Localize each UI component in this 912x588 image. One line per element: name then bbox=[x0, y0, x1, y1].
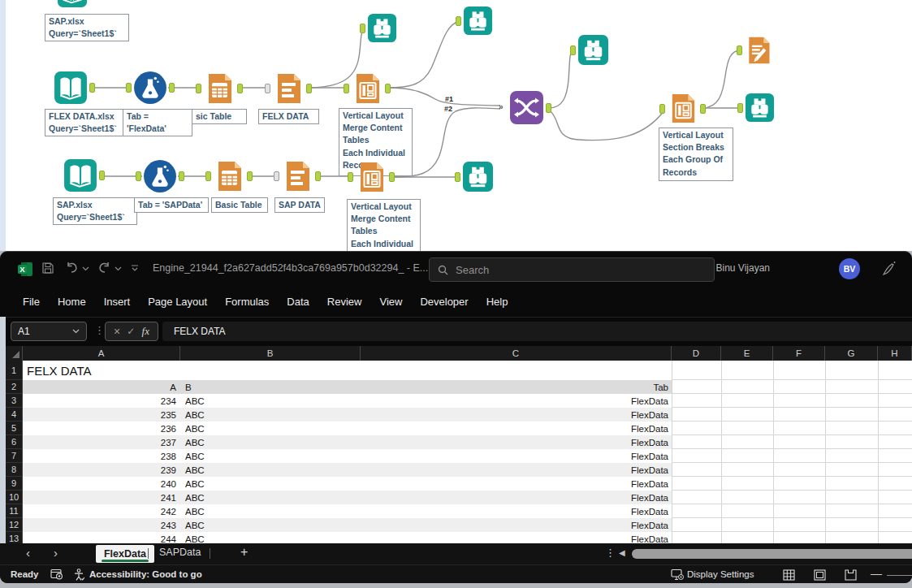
cell-A10[interactable]: 241 bbox=[23, 491, 180, 504]
enter-icon[interactable]: ✓ bbox=[127, 326, 135, 337]
ribbon-tab-view[interactable]: View bbox=[370, 291, 411, 313]
report-text-tool-flex[interactable] bbox=[272, 72, 305, 105]
undo-dropdown-icon[interactable] bbox=[82, 266, 89, 271]
layout-tool-2[interactable] bbox=[355, 161, 387, 193]
annotation-sap-data[interactable]: SAP DATA bbox=[274, 197, 325, 213]
empty-cells[interactable] bbox=[672, 504, 912, 518]
sheet-tab-flexdata[interactable]: FlexData bbox=[96, 545, 154, 563]
row-header-3[interactable]: 3 bbox=[6, 394, 23, 408]
cell-B13[interactable]: ABC bbox=[180, 532, 361, 543]
search-box[interactable]: Search bbox=[429, 257, 715, 282]
empty-cells[interactable] bbox=[672, 463, 912, 477]
hscroll-left-icon[interactable]: ◀ bbox=[619, 548, 625, 557]
empty-cells[interactable] bbox=[672, 532, 912, 543]
tab-overflow-icon[interactable]: ⋮ bbox=[605, 547, 616, 559]
empty-cells[interactable] bbox=[672, 435, 912, 449]
ribbon-tab-insert[interactable]: Insert bbox=[95, 291, 140, 313]
page-layout-view-icon[interactable] bbox=[814, 569, 826, 581]
annotation-flex-input[interactable]: FLEX DATA.xlsx Query=`Sheet1$` bbox=[45, 109, 129, 136]
cell-A12[interactable]: 243 bbox=[23, 518, 180, 532]
row-header-2[interactable]: 2 bbox=[6, 380, 23, 394]
cell-A13[interactable]: 244 bbox=[23, 532, 180, 543]
cell-B12[interactable]: ABC bbox=[180, 518, 361, 532]
redo-icon[interactable] bbox=[97, 262, 111, 275]
input-anchor[interactable] bbox=[456, 16, 461, 26]
output-anchor[interactable] bbox=[89, 83, 95, 93]
ribbon-tab-review[interactable]: Review bbox=[318, 291, 371, 313]
input-data-tool-flex[interactable] bbox=[54, 71, 88, 105]
empty-cells[interactable] bbox=[672, 394, 912, 408]
cell-A11[interactable]: 242 bbox=[23, 504, 180, 518]
sheet-nav-prev-icon[interactable]: ‹ bbox=[26, 547, 30, 560]
input-anchor[interactable] bbox=[737, 103, 743, 113]
empty-cells[interactable] bbox=[672, 422, 912, 435]
column-header-D[interactable]: D bbox=[672, 346, 721, 361]
select-all-corner[interactable] bbox=[6, 346, 23, 361]
output-anchor[interactable] bbox=[306, 84, 312, 93]
browse-tool-1[interactable] bbox=[367, 13, 397, 43]
cell-B5[interactable]: ABC bbox=[180, 422, 361, 435]
display-settings-button[interactable]: Display Settings bbox=[687, 569, 754, 579]
add-sheet-button[interactable]: + bbox=[240, 545, 248, 560]
input-anchor[interactable] bbox=[455, 172, 460, 182]
layout-tool-1[interactable] bbox=[351, 72, 383, 105]
cell-A4[interactable]: 235 bbox=[23, 408, 180, 422]
annotation-basic-table-2[interactable]: Basic Table bbox=[211, 197, 268, 213]
formula-tool-sap[interactable] bbox=[143, 159, 177, 193]
cell-C4[interactable]: FlexData bbox=[361, 408, 672, 422]
row-header-10[interactable]: 10 bbox=[6, 491, 23, 504]
cell-B2[interactable]: B bbox=[180, 380, 361, 394]
ribbon-tab-developer[interactable]: Developer bbox=[411, 291, 477, 313]
cell-A6[interactable]: 237 bbox=[23, 435, 180, 449]
row-header-13[interactable]: 13 bbox=[6, 532, 23, 543]
output-anchor[interactable] bbox=[385, 84, 391, 93]
input-data-tool-sap[interactable] bbox=[63, 158, 97, 192]
row-header-5[interactable]: 5 bbox=[6, 422, 23, 435]
row-header-1[interactable]: 1 bbox=[6, 361, 23, 380]
input-anchor[interactable] bbox=[126, 83, 132, 93]
annotation-sap-input[interactable]: SAP.xlsx Query=`Sheet1$` bbox=[53, 197, 137, 225]
input-anchor[interactable] bbox=[136, 171, 141, 181]
cell-B9[interactable]: ABC bbox=[180, 477, 361, 491]
macro-record-icon[interactable] bbox=[50, 569, 63, 581]
input-anchor[interactable] bbox=[659, 104, 665, 114]
ribbon-tab-home[interactable]: Home bbox=[49, 291, 95, 313]
empty-cells[interactable] bbox=[672, 491, 912, 504]
cell-A9[interactable]: 240 bbox=[23, 477, 180, 491]
save-icon[interactable] bbox=[41, 262, 54, 275]
formula-bar-grip-icon[interactable]: ⋮ bbox=[94, 324, 105, 336]
sheet-tab-sapdata[interactable]: SAPData bbox=[159, 547, 201, 558]
ribbon-tab-data[interactable]: Data bbox=[278, 291, 318, 313]
cell-A2[interactable]: A bbox=[23, 380, 180, 394]
cell-C12[interactable]: FlexData bbox=[361, 518, 672, 532]
cell-B4[interactable]: ABC bbox=[180, 408, 361, 422]
browse-tool-5[interactable] bbox=[462, 161, 494, 192]
output-anchor[interactable] bbox=[169, 83, 175, 93]
input-anchor[interactable] bbox=[360, 24, 365, 33]
zoom-slider[interactable] bbox=[887, 575, 912, 576]
row-header-8[interactable]: 8 bbox=[6, 463, 23, 477]
pen-icon[interactable] bbox=[882, 262, 897, 276]
row-header-9[interactable]: 9 bbox=[6, 477, 23, 491]
cell-C10[interactable]: FlexData bbox=[361, 491, 672, 504]
input-anchor[interactable] bbox=[274, 171, 279, 181]
column-header-B[interactable]: B bbox=[180, 346, 361, 361]
cell-B7[interactable]: ABC bbox=[180, 449, 361, 463]
cell-C2[interactable]: Tab bbox=[361, 380, 672, 394]
cell-A1[interactable]: FELX DATA bbox=[23, 361, 672, 380]
ribbon-tab-file[interactable]: File bbox=[14, 291, 49, 313]
redo-dropdown-icon[interactable] bbox=[115, 266, 122, 271]
empty-cells[interactable] bbox=[672, 380, 912, 394]
output-anchor[interactable] bbox=[179, 171, 184, 181]
empty-cells[interactable] bbox=[672, 477, 912, 491]
input-anchor[interactable] bbox=[265, 84, 270, 93]
cell-C3[interactable]: FlexData bbox=[361, 394, 672, 408]
union-input-mark[interactable]: » bbox=[499, 102, 504, 111]
cell-B11[interactable]: ABC bbox=[180, 504, 361, 518]
column-header-G[interactable]: G bbox=[825, 346, 878, 361]
output-anchor[interactable] bbox=[389, 172, 395, 182]
column-header-E[interactable]: E bbox=[721, 346, 773, 361]
cell-A3[interactable]: 234 bbox=[23, 394, 180, 408]
output-anchor[interactable] bbox=[700, 104, 706, 114]
row-header-12[interactable]: 12 bbox=[6, 518, 23, 532]
